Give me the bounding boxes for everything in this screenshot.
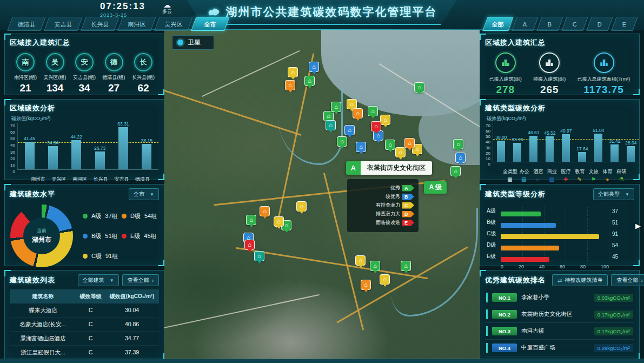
table-row[interactable]: 浙江皇冠假日大...C37.39: [10, 346, 159, 360]
ranking-row[interactable]: NO.4中厦百盛广场0.29kgCO₂/m²: [485, 340, 634, 357]
view-all-button[interactable]: 查看全部›: [611, 274, 644, 286]
ranking-row[interactable]: NO.1李家巷小学0.03kgCO₂/m²: [485, 289, 634, 306]
building-marker[interactable]: ⌂: [401, 261, 411, 271]
region-tab-南浔区[interactable]: 南浔区: [117, 17, 156, 31]
clock-time: 07:25:13: [100, 1, 145, 12]
building-marker[interactable]: ⌂: [450, 166, 461, 176]
building-marker[interactable]: ⌂: [331, 102, 341, 112]
building-marker[interactable]: ⌂: [356, 142, 366, 152]
building-marker[interactable]: ⌂: [361, 280, 371, 290]
building-marker[interactable]: ⌂: [385, 140, 395, 150]
grid-line: [609, 252, 609, 261]
bar[interactable]: [627, 146, 635, 162]
bar[interactable]: [513, 143, 521, 162]
hbar[interactable]: [501, 234, 599, 239]
bar[interactable]: [118, 127, 128, 169]
bar[interactable]: [594, 134, 602, 162]
building-marker[interactable]: ⌂: [368, 106, 378, 116]
bar[interactable]: [497, 141, 505, 162]
map-canvas[interactable]: 卫星 A 衣裳街历史文化街区 A 级 优秀A较优秀B有排查潜力C排查潜力大D面临…: [164, 30, 480, 359]
bar[interactable]: [610, 144, 619, 162]
bar[interactable]: [95, 151, 105, 169]
bar[interactable]: [529, 136, 537, 162]
region-tab-吴兴区[interactable]: 吴兴区: [154, 17, 192, 31]
building-marker[interactable]: ⌂: [285, 80, 295, 90]
building-marker[interactable]: ⌂: [337, 136, 347, 147]
building-marker[interactable]: ⌂: [453, 139, 463, 149]
building-marker[interactable]: ⌂: [404, 138, 415, 148]
building-marker[interactable]: ⌂: [274, 216, 284, 227]
legend-row-E: 面临被改造E: [351, 219, 414, 226]
ranking-row[interactable]: NO.3南浔古镇0.17kgCO₂/m²: [485, 323, 634, 340]
building-marker[interactable]: ⌂: [414, 82, 424, 93]
rank-badge: NO.4: [492, 344, 517, 352]
type-icon-办公: ▤: [517, 176, 531, 183]
hbar[interactable]: [501, 212, 541, 216]
stat-label: 南浔区(组): [11, 74, 39, 81]
hbar[interactable]: [501, 257, 549, 262]
type-dropdown[interactable]: 全部类型▼: [593, 188, 634, 200]
weather-label: 多云: [162, 8, 172, 15]
y-axis: 706050403020100: [486, 123, 493, 167]
region-tab-全市[interactable]: 全市: [191, 17, 229, 31]
hbar[interactable]: [501, 223, 556, 228]
building-marker[interactable]: ⌂: [246, 215, 256, 225]
legend-row-C: 有排查潜力C: [351, 202, 414, 209]
building-filter-dropdown[interactable]: 全部建筑▼: [78, 274, 119, 286]
building-marker[interactable]: ⌂: [244, 240, 255, 250]
building-marker[interactable]: ⌂: [304, 76, 315, 86]
grade-tab-B[interactable]: B: [536, 17, 563, 31]
panel-type-level-chart: 建筑类型等级分析 全部类型▼ A级37B级51C级91D级54E级4502040…: [480, 184, 640, 266]
grade-tab-C[interactable]: C: [561, 17, 588, 31]
bar[interactable]: [142, 144, 151, 169]
building-marker[interactable]: ⌂: [309, 62, 319, 72]
building-marker[interactable]: ⌂: [326, 120, 336, 130]
legend-label: D级: [130, 212, 141, 220]
x-tick-label: 教育: [573, 168, 587, 175]
building-tooltip[interactable]: A 衣裳街历史文化街区: [346, 161, 432, 175]
tab-label: B: [548, 21, 552, 28]
building-glyph: ⌂: [374, 123, 378, 129]
city-dropdown[interactable]: 全市▼: [129, 188, 159, 200]
building-marker[interactable]: ⌂: [296, 201, 307, 212]
satellite-toggle[interactable]: 卫星: [172, 35, 214, 50]
building-marker[interactable]: ⌂: [395, 147, 406, 157]
building-marker[interactable]: ⌂: [371, 121, 381, 131]
building-marker[interactable]: ⌂: [380, 274, 390, 285]
region-tab-德清县[interactable]: 德清县: [7, 17, 45, 31]
bar[interactable]: [546, 136, 554, 162]
grade-tab-D[interactable]: D: [586, 17, 613, 31]
building-marker[interactable]: ⌂: [254, 251, 264, 261]
ranking-row[interactable]: NO.2衣裳街历史文化街区0.17kgCO₂/m²: [485, 306, 634, 323]
table-row[interactable]: 景澜富硒山居酒店C34.77: [10, 332, 159, 346]
building-glyph: ⌂: [327, 113, 330, 119]
bar[interactable]: [48, 146, 58, 169]
building-marker[interactable]: ⌂: [355, 255, 366, 266]
grid-line: [522, 252, 523, 261]
rectify-list-button[interactable]: ⇄待整改建筑清单: [552, 274, 608, 286]
region-tab-安吉县[interactable]: 安吉县: [44, 17, 82, 31]
hbar[interactable]: [501, 246, 559, 250]
next-page-arrow[interactable]: ▶: [635, 222, 641, 230]
building-marker[interactable]: ⌂: [455, 153, 466, 163]
bar[interactable]: [578, 152, 586, 162]
bar-column: 33.76: [509, 137, 526, 162]
building-marker[interactable]: ⌂: [380, 115, 390, 125]
bar[interactable]: [71, 140, 81, 169]
clock: 07:25:13 2023-3-25: [100, 1, 145, 18]
region-tab-长兴县[interactable]: 长兴县: [81, 17, 119, 31]
table-row[interactable]: 蝶来大酒店C30.04: [10, 303, 159, 318]
grade-tab-E[interactable]: E: [611, 17, 638, 31]
building-marker[interactable]: ⌂: [353, 108, 363, 118]
grade-tab-A[interactable]: A: [512, 17, 538, 31]
building-marker[interactable]: ⌂: [260, 206, 270, 216]
tab-label: 德清县: [17, 21, 35, 29]
table-row[interactable]: 名豪大酒店(长安...C40.86: [10, 318, 159, 332]
bar[interactable]: [25, 142, 35, 169]
view-all-button[interactable]: 查看全部›: [122, 274, 159, 286]
building-marker[interactable]: ⌂: [370, 261, 380, 271]
building-marker[interactable]: ⌂: [288, 67, 298, 77]
bar[interactable]: [562, 134, 570, 162]
grade-tab-全部[interactable]: 全部: [482, 17, 513, 31]
building-marker[interactable]: ⌂: [344, 125, 355, 135]
